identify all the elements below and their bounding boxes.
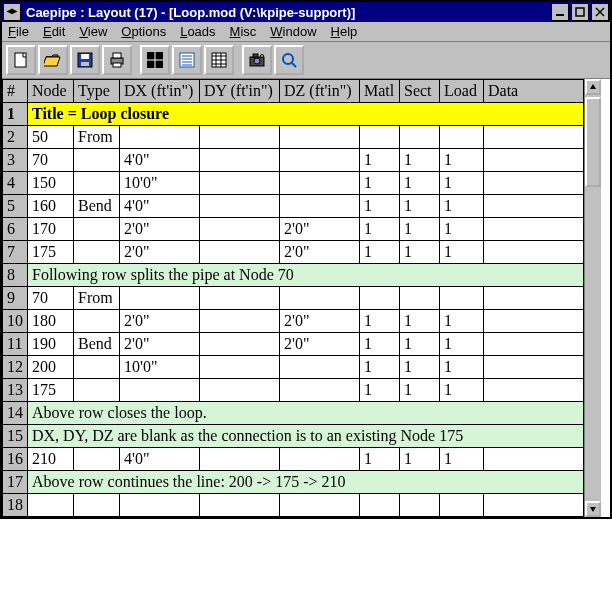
scroll-up-button[interactable] [585, 79, 601, 95]
menu-view[interactable]: View [79, 24, 107, 39]
maximize-button[interactable] [571, 3, 589, 21]
cell-dx[interactable] [120, 126, 200, 149]
cell-dz[interactable]: 2'0" [280, 310, 360, 333]
cell-node[interactable]: 200 [28, 356, 74, 379]
cell-type[interactable] [74, 241, 120, 264]
row-number[interactable]: 13 [3, 379, 28, 402]
cell-dz[interactable] [280, 494, 360, 517]
cell-matl[interactable] [360, 126, 400, 149]
cell-dx[interactable]: 2'0" [120, 241, 200, 264]
cell-node[interactable]: 150 [28, 172, 74, 195]
cell-dz[interactable] [280, 448, 360, 471]
table-row[interactable]: 13175111 [3, 379, 584, 402]
cell-dz[interactable] [280, 149, 360, 172]
cell-sect[interactable] [400, 494, 440, 517]
cell-dx[interactable]: 4'0" [120, 448, 200, 471]
table-row[interactable]: 1Title = Loop closure [3, 103, 584, 126]
cell-dx[interactable]: 2'0" [120, 333, 200, 356]
cell-sect[interactable]: 1 [400, 149, 440, 172]
cell-type[interactable] [74, 379, 120, 402]
cell-data[interactable] [484, 356, 584, 379]
cell-sect[interactable] [400, 287, 440, 310]
cell-sect[interactable]: 1 [400, 356, 440, 379]
cell-data[interactable] [484, 195, 584, 218]
cell-type[interactable]: Bend [74, 195, 120, 218]
cell-matl[interactable] [360, 287, 400, 310]
cell-type[interactable] [74, 149, 120, 172]
table-row[interactable]: 3704'0"111 [3, 149, 584, 172]
close-button[interactable] [591, 3, 609, 21]
menu-window[interactable]: Window [270, 24, 316, 39]
row-number[interactable]: 12 [3, 356, 28, 379]
graphics-button[interactable] [140, 45, 170, 75]
cell-load[interactable]: 1 [440, 241, 484, 264]
cell-dy[interactable] [200, 333, 280, 356]
cell-sect[interactable]: 1 [400, 448, 440, 471]
row-number[interactable]: 5 [3, 195, 28, 218]
row-number[interactable]: 9 [3, 287, 28, 310]
table-row[interactable]: 970From [3, 287, 584, 310]
cell-dy[interactable] [200, 287, 280, 310]
cell-data[interactable] [484, 126, 584, 149]
cell-dx[interactable]: 10'0" [120, 356, 200, 379]
cell-dy[interactable] [200, 448, 280, 471]
cell-load[interactable]: 1 [440, 333, 484, 356]
cell-dy[interactable] [200, 379, 280, 402]
cell-data[interactable] [484, 241, 584, 264]
new-button[interactable] [6, 45, 36, 75]
title-row-text[interactable]: Title = Loop closure [28, 103, 584, 126]
row-number[interactable]: 3 [3, 149, 28, 172]
cell-sect[interactable]: 1 [400, 195, 440, 218]
column-header[interactable]: DX (ft'in") [120, 80, 200, 103]
cell-type[interactable] [74, 356, 120, 379]
row-number[interactable]: 2 [3, 126, 28, 149]
cell-type[interactable] [74, 494, 120, 517]
cell-matl[interactable] [360, 494, 400, 517]
cell-load[interactable] [440, 126, 484, 149]
cell-matl[interactable]: 1 [360, 379, 400, 402]
cell-dz[interactable]: 2'0" [280, 218, 360, 241]
column-header[interactable]: Load [440, 80, 484, 103]
table-row[interactable]: 415010'0"111 [3, 172, 584, 195]
cell-dx[interactable]: 2'0" [120, 218, 200, 241]
scroll-thumb[interactable] [585, 97, 601, 187]
system-menu-icon[interactable]: ◂▸ [3, 3, 21, 21]
cell-dx[interactable] [120, 287, 200, 310]
cell-matl[interactable]: 1 [360, 241, 400, 264]
cell-matl[interactable]: 1 [360, 172, 400, 195]
minimize-button[interactable] [551, 3, 569, 21]
cell-sect[interactable]: 1 [400, 172, 440, 195]
cell-matl[interactable]: 1 [360, 149, 400, 172]
cell-load[interactable]: 1 [440, 149, 484, 172]
row-number[interactable]: 18 [3, 494, 28, 517]
table-row[interactable]: 17Above row continues the line: 200 -> 1… [3, 471, 584, 494]
print-button[interactable] [102, 45, 132, 75]
cell-sect[interactable]: 1 [400, 333, 440, 356]
row-number[interactable]: 11 [3, 333, 28, 356]
cell-load[interactable]: 1 [440, 356, 484, 379]
cell-dy[interactable] [200, 195, 280, 218]
cell-node[interactable]: 180 [28, 310, 74, 333]
cell-node[interactable] [28, 494, 74, 517]
cell-sect[interactable]: 1 [400, 310, 440, 333]
snapshot-button[interactable] [242, 45, 272, 75]
cell-dz[interactable] [280, 126, 360, 149]
cell-load[interactable] [440, 494, 484, 517]
cell-sect[interactable] [400, 126, 440, 149]
cell-dz[interactable] [280, 379, 360, 402]
cell-dx[interactable]: 2'0" [120, 310, 200, 333]
row-number[interactable]: 16 [3, 448, 28, 471]
list-button[interactable] [172, 45, 202, 75]
cell-dx[interactable]: 4'0" [120, 149, 200, 172]
comment-row-text[interactable]: Following row splits the pipe at Node 70 [28, 264, 584, 287]
cell-matl[interactable]: 1 [360, 218, 400, 241]
menu-misc[interactable]: Misc [230, 24, 257, 39]
cell-data[interactable] [484, 172, 584, 195]
column-header[interactable]: Node [28, 80, 74, 103]
row-number[interactable]: 8 [3, 264, 28, 287]
cell-dy[interactable] [200, 356, 280, 379]
cell-sect[interactable]: 1 [400, 241, 440, 264]
cell-dz[interactable]: 2'0" [280, 241, 360, 264]
cell-sect[interactable]: 1 [400, 379, 440, 402]
table-row[interactable]: 14Above row closes the loop. [3, 402, 584, 425]
